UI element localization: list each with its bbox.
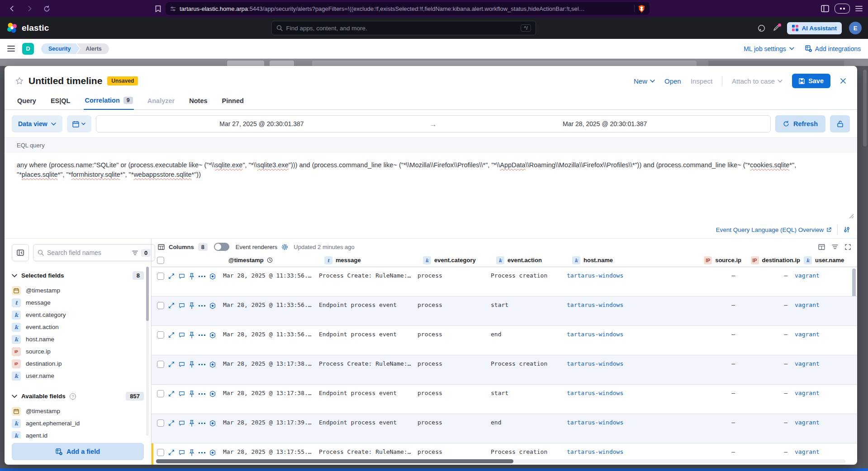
tab-esql[interactable]: ES|QL	[50, 93, 71, 109]
add-note-icon[interactable]	[179, 273, 185, 279]
open-timeline-button[interactable]: Open	[664, 77, 681, 85]
more-actions-icon[interactable]	[199, 275, 205, 278]
elastic-logo[interactable]: elastic	[6, 22, 49, 34]
field-item[interactable]: IPdestination.ip	[12, 358, 144, 370]
host-link[interactable]: tartarus-windows	[567, 272, 623, 279]
analyze-event-icon[interactable]	[209, 273, 216, 280]
table-row[interactable]: Mar 28, 2025 @ 11:33:56.307Endpoint proc…	[152, 326, 857, 355]
table-row[interactable]: Mar 28, 2025 @ 13:17:38.823Process Creat…	[152, 355, 857, 385]
table-row[interactable]: Mar 28, 2025 @ 11:33:56.272Endpoint proc…	[152, 297, 857, 326]
timeline-title[interactable]: Untitled timeline	[28, 75, 102, 86]
sidebar-toggle-icon[interactable]	[821, 5, 829, 12]
field-item[interactable]: @timestamp	[12, 284, 144, 297]
pin-event-icon[interactable]	[189, 449, 194, 456]
tab-correlation[interactable]: Correlation9	[84, 93, 133, 110]
global-search-input[interactable]	[286, 25, 517, 32]
collapse-fields-button[interactable]	[12, 244, 29, 261]
resize-handle[interactable]	[849, 214, 854, 219]
row-checkbox[interactable]	[157, 302, 164, 309]
ml-job-settings-button[interactable]: ML job settings	[744, 45, 794, 52]
column-header-event-category[interactable]: kevent.category	[423, 256, 496, 264]
eql-query-editor[interactable]: any where (process.name:"SQLite" or (pro…	[5, 153, 857, 221]
reload-button[interactable]	[40, 2, 53, 15]
row-checkbox[interactable]	[157, 449, 164, 456]
user-link[interactable]: vagrant	[795, 448, 820, 455]
more-actions-icon[interactable]	[199, 305, 205, 307]
brave-shield-icon[interactable]	[638, 5, 645, 13]
field-item[interactable]: kagent.id	[12, 429, 144, 438]
forward-button[interactable]	[23, 2, 36, 15]
add-note-icon[interactable]	[179, 302, 185, 309]
tab-query[interactable]: Query	[16, 93, 37, 109]
inspect-button[interactable]: Inspect	[691, 77, 712, 85]
field-item[interactable]: kevent.action	[12, 321, 144, 333]
start-date-button[interactable]: Mar 27, 2025 @ 20:30:01.387	[96, 120, 427, 127]
user-link[interactable]: vagrant	[795, 419, 820, 426]
expand-event-icon[interactable]	[168, 449, 175, 456]
add-integrations-button[interactable]: Add integrations	[805, 45, 861, 52]
attach-to-case-button[interactable]: Attach to case	[732, 77, 783, 85]
back-button[interactable]	[5, 2, 19, 15]
more-actions-icon[interactable]	[199, 422, 205, 424]
field-item[interactable]: kevent.category	[12, 309, 144, 321]
available-fields-header[interactable]: Available fields ? 857	[12, 392, 144, 400]
field-search[interactable]: 0	[33, 244, 155, 261]
tab-notes[interactable]: Notes	[188, 93, 208, 109]
analyze-event-icon[interactable]	[209, 420, 216, 427]
field-item[interactable]: @timestamp	[12, 405, 144, 417]
breadcrumb-security[interactable]: Security	[41, 43, 80, 54]
fields-scrollbar[interactable]	[146, 267, 149, 436]
page-scrollbar[interactable]	[863, 70, 867, 146]
field-item[interactable]: tmessage	[12, 297, 144, 309]
sort-fields-icon[interactable]	[832, 244, 838, 250]
host-link[interactable]: tartarus-windows	[567, 390, 623, 396]
add-note-icon[interactable]	[179, 449, 185, 456]
add-field-button[interactable]: Add a field	[12, 443, 144, 460]
row-checkbox[interactable]	[157, 273, 164, 280]
pin-event-icon[interactable]	[189, 361, 194, 368]
browser-menu-icon[interactable]	[855, 5, 863, 12]
column-header-user-name[interactable]: kuser.name	[800, 256, 854, 264]
row-checkbox[interactable]	[157, 390, 164, 397]
pin-event-icon[interactable]	[189, 302, 194, 309]
global-search[interactable]: ^/	[271, 21, 536, 35]
columns-button[interactable]: Columns	[169, 244, 194, 250]
analyze-event-icon[interactable]	[209, 361, 216, 368]
pin-event-icon[interactable]	[189, 420, 194, 427]
more-actions-icon[interactable]	[199, 363, 205, 366]
field-item[interactable]: khost.name	[12, 333, 144, 345]
column-header-message[interactable]: tmessage	[324, 256, 423, 264]
add-note-icon[interactable]	[179, 420, 185, 426]
expand-event-icon[interactable]	[168, 391, 175, 397]
space-badge[interactable]: D	[22, 43, 34, 55]
host-link[interactable]: tartarus-windows	[567, 360, 623, 367]
column-header-destination-ip[interactable]: IPdestination.ip	[748, 256, 800, 264]
user-link[interactable]: vagrant	[795, 360, 820, 367]
host-link[interactable]: tartarus-windows	[567, 331, 623, 338]
field-item[interactable]: kuser.name	[12, 370, 144, 382]
expand-event-icon[interactable]	[168, 332, 175, 338]
add-note-icon[interactable]	[179, 332, 185, 338]
expand-event-icon[interactable]	[168, 302, 175, 309]
user-avatar[interactable]: E	[849, 22, 862, 34]
field-item[interactable]: IPsource.ip	[12, 345, 144, 358]
event-renderers-toggle[interactable]	[214, 243, 229, 251]
host-link[interactable]: tartarus-windows	[567, 419, 623, 426]
url-bar[interactable]: tartarus-elastic.home.arpa:5443/app/secu…	[166, 2, 650, 15]
end-date-button[interactable]: Mar 28, 2025 @ 20:30:01.387	[439, 120, 770, 127]
gear-icon[interactable]	[281, 244, 288, 250]
table-row[interactable]: Mar 28, 2025 @ 13:17:39.082Endpoint proc…	[152, 414, 857, 443]
globe-icon[interactable]	[758, 24, 765, 32]
analyze-event-icon[interactable]	[209, 302, 216, 309]
field-search-input[interactable]	[47, 249, 129, 256]
nav-menu-icon[interactable]	[7, 45, 15, 52]
refresh-button[interactable]: Refresh	[775, 115, 825, 132]
table-horizontal-scrollbar[interactable]	[155, 459, 845, 463]
column-header-source-ip[interactable]: IPsource.ip	[684, 256, 748, 264]
expand-event-icon[interactable]	[168, 361, 175, 367]
host-link[interactable]: tartarus-windows	[567, 448, 623, 455]
pin-event-icon[interactable]	[189, 332, 194, 339]
row-checkbox[interactable]	[157, 361, 164, 368]
select-all-checkbox[interactable]	[157, 257, 164, 264]
analyze-event-icon[interactable]	[209, 332, 216, 339]
